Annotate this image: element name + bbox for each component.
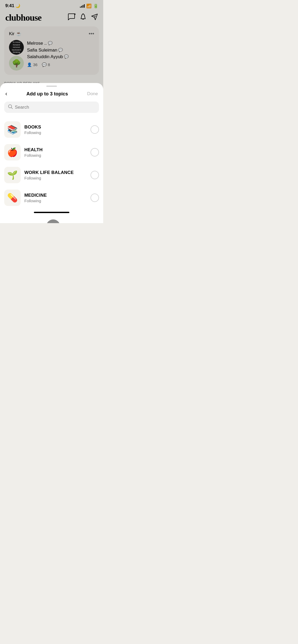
topic-name-books: BOOKS (24, 125, 87, 130)
topic-sub-medicine: Following (24, 199, 87, 203)
topic-toggle-books[interactable] (91, 125, 99, 134)
topic-emoji-books: 📚 (4, 121, 21, 138)
topic-emoji-health: 🍎 (4, 144, 21, 160)
list-item[interactable]: 🍎 HEALTH Following (4, 141, 99, 164)
svg-point-0 (8, 105, 12, 108)
topic-toggle-medicine[interactable] (91, 194, 99, 202)
topic-emoji-medicine: 💊 (4, 190, 21, 206)
topic-sub-health: Following (24, 153, 87, 158)
sheet-title: Add up to 3 topics (7, 91, 87, 97)
sheet-header: ‹ Add up to 3 topics Done (0, 90, 103, 102)
topic-info-worklife: WORK LIFE BALANCE Following (24, 170, 87, 180)
bottom-sheet: ‹ Add up to 3 topics Done 📚 BOOKS Follow… (0, 83, 103, 223)
topic-name-medicine: MEDICINE (24, 193, 87, 198)
topic-emoji-worklife: 🌱 (4, 167, 21, 183)
topic-toggle-worklife[interactable] (91, 171, 99, 179)
search-container[interactable] (4, 102, 99, 113)
home-indicator (34, 212, 69, 213)
list-item[interactable]: 💊 MEDICINE Following (4, 186, 99, 209)
topic-name-worklife: WORK LIFE BALANCE (24, 170, 87, 175)
topic-info-books: BOOKS Following (24, 125, 87, 135)
topic-info-health: HEALTH Following (24, 147, 87, 158)
search-input[interactable] (15, 105, 95, 110)
topic-info-medicine: MEDICINE Following (24, 193, 87, 203)
topic-sub-books: Following (24, 130, 87, 135)
sheet-handle[interactable] (46, 86, 57, 87)
topic-name-health: HEALTH (24, 147, 87, 153)
list-item[interactable]: 🌱 WORK LIFE BALANCE Following (4, 164, 99, 186)
done-button[interactable]: Done (87, 91, 98, 96)
topic-toggle-health[interactable] (91, 148, 99, 157)
search-icon (8, 104, 13, 110)
back-button[interactable]: ‹ (5, 90, 7, 97)
topics-list: 📚 BOOKS Following 🍎 HEALTH Following 🌱 W… (0, 118, 103, 209)
topic-sub-worklife: Following (24, 176, 87, 180)
list-item[interactable]: 📚 BOOKS Following (4, 118, 99, 141)
